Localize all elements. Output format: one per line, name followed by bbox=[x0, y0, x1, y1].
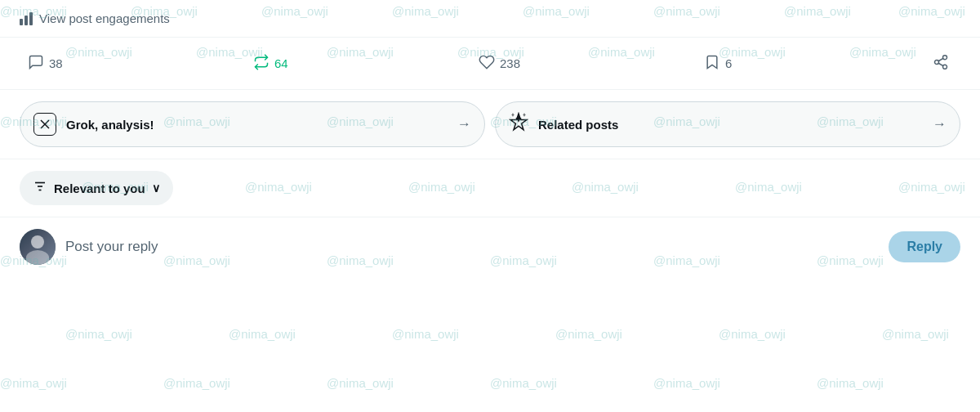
grok-button-label: Grok, analysis! bbox=[66, 118, 154, 132]
like-icon bbox=[479, 54, 495, 73]
stats-row: 38 64 238 bbox=[16, 38, 964, 89]
comments-count: 38 bbox=[49, 56, 63, 70]
filter-icon bbox=[33, 179, 47, 197]
reply-button[interactable]: Reply bbox=[889, 231, 960, 262]
grok-analysis-button[interactable]: Grok, analysis! → bbox=[20, 101, 485, 147]
avatar-image bbox=[20, 229, 56, 265]
action-buttons-row: Grok, analysis! → Related posts → bbox=[16, 90, 964, 159]
sparkle-icon bbox=[509, 112, 528, 137]
related-arrow-icon: → bbox=[933, 116, 947, 132]
retweets-stat[interactable]: 64 bbox=[245, 49, 470, 78]
reply-placeholder: Post your reply bbox=[65, 239, 158, 254]
bookmark-icon bbox=[704, 54, 720, 73]
svg-point-0 bbox=[943, 56, 947, 60]
view-engagements-label: View post engagements bbox=[39, 11, 170, 25]
svg-line-3 bbox=[938, 63, 943, 65]
bookmarks-stat[interactable]: 6 bbox=[696, 49, 921, 78]
bookmarks-count: 6 bbox=[725, 56, 732, 70]
reply-row: Post your reply Reply bbox=[16, 217, 964, 276]
svg-line-4 bbox=[938, 58, 943, 60]
avatar bbox=[20, 229, 56, 265]
share-stat[interactable] bbox=[921, 49, 960, 78]
grok-arrow-icon: → bbox=[457, 116, 471, 132]
share-icon bbox=[933, 54, 949, 73]
grok-icon bbox=[33, 113, 56, 136]
svg-point-2 bbox=[943, 65, 947, 69]
filter-row: Relevant to you ∨ bbox=[16, 159, 964, 217]
bar-chart-icon bbox=[20, 12, 33, 25]
main-container: View post engagements 38 64 bbox=[0, 0, 980, 276]
svg-point-1 bbox=[935, 60, 939, 65]
related-posts-button[interactable]: Related posts → bbox=[495, 101, 960, 147]
filter-button[interactable]: Relevant to you ∨ bbox=[20, 171, 173, 205]
comment-icon bbox=[28, 54, 44, 73]
likes-stat[interactable]: 238 bbox=[470, 49, 696, 78]
retweets-count: 64 bbox=[274, 56, 288, 70]
likes-count: 238 bbox=[500, 56, 520, 70]
reply-input[interactable]: Post your reply bbox=[65, 239, 879, 255]
retweet-icon bbox=[253, 54, 270, 73]
comments-stat[interactable]: 38 bbox=[20, 49, 245, 78]
filter-label: Relevant to you bbox=[54, 181, 145, 195]
related-posts-label: Related posts bbox=[538, 118, 618, 132]
view-engagements-link[interactable]: View post engagements bbox=[16, 0, 964, 37]
chevron-down-icon: ∨ bbox=[152, 181, 160, 195]
